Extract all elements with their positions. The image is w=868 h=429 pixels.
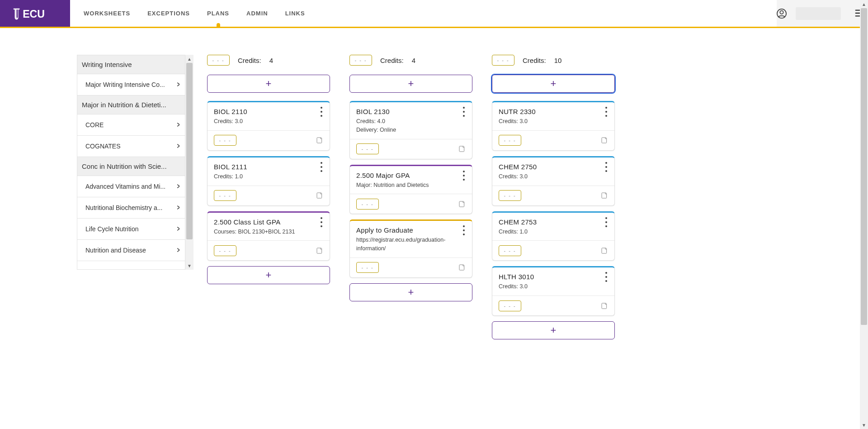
card-menu-icon[interactable] [603, 217, 610, 227]
card-footer [492, 240, 614, 260]
sidebar-item[interactable]: Life Cycle Nutrition> [77, 219, 185, 240]
scroll-down-icon[interactable]: ▼ [860, 421, 868, 429]
status-pill[interactable] [349, 55, 372, 66]
term-column: Credits:4+BIOL 2130Credits: 4.0Delivery:… [349, 55, 476, 348]
sidebar-item-label: Advanced Vitamins and Mi... [85, 183, 165, 190]
card-menu-icon[interactable] [460, 107, 467, 117]
nav-admin[interactable]: ADMIN [246, 10, 268, 17]
note-icon[interactable] [601, 247, 608, 254]
column-header: Credits:4 [349, 55, 476, 66]
status-pill[interactable] [356, 262, 379, 273]
column-header: Credits:4 [207, 55, 334, 66]
add-course-button[interactable]: + [207, 266, 330, 284]
card-menu-icon[interactable] [603, 107, 610, 117]
status-pill[interactable] [499, 135, 521, 146]
sidebar-group-header: Major in Nutrition & Dieteti... [77, 95, 185, 114]
nav-worksheets[interactable]: WORKSHEETS [84, 10, 130, 17]
credits-value: 4 [269, 57, 273, 64]
sidebar-item[interactable]: COGNATES> [77, 136, 185, 157]
card-footer [492, 186, 614, 205]
course-card[interactable]: CHEM 2750Credits: 3.0 [492, 156, 615, 206]
credits-label: Credits: [380, 57, 404, 64]
page-scrollbar[interactable]: ▲ ▼ [860, 0, 868, 429]
course-card[interactable]: CHEM 2753Credits: 1.0 [492, 211, 615, 261]
note-icon[interactable] [458, 264, 466, 271]
course-card[interactable]: NUTR 2330Credits: 3.0 [492, 101, 615, 151]
sidebar-scrollbar[interactable]: ▲ ▼ [185, 55, 193, 270]
course-card[interactable]: 2.500 Class List GPACourses: BIOL 2130+B… [207, 211, 330, 261]
card-menu-icon[interactable] [603, 162, 610, 172]
scroll-down-icon[interactable]: ▼ [185, 262, 193, 270]
course-card[interactable]: HLTH 3010Credits: 3.0 [492, 266, 615, 316]
chevron-right-icon: > [177, 246, 180, 254]
status-pill[interactable] [207, 55, 230, 66]
svg-text:ECU: ECU [23, 8, 45, 19]
status-pill[interactable] [214, 190, 236, 201]
sidebar-item[interactable]: Nutrition and Disease> [77, 240, 185, 261]
note-icon[interactable] [316, 192, 323, 199]
note-icon[interactable] [601, 302, 608, 310]
status-pill[interactable] [492, 55, 514, 66]
sidebar-item[interactable]: CORE> [77, 114, 185, 136]
card-subtext: Courses: BIOL 2130+BIOL 2131 [214, 228, 323, 236]
status-pill[interactable] [499, 190, 521, 201]
course-card[interactable]: Apply to Graduatehttps://registrar.ecu.e… [349, 219, 472, 278]
course-card[interactable]: BIOL 2111Credits: 1.0 [207, 156, 330, 206]
card-menu-icon[interactable] [318, 162, 325, 172]
note-icon[interactable] [458, 200, 466, 208]
add-course-button[interactable]: + [349, 75, 472, 93]
status-pill[interactable] [356, 199, 379, 210]
course-card[interactable]: BIOL 2130Credits: 4.0Delivery: Online [349, 101, 472, 159]
add-course-button[interactable]: + [492, 75, 615, 93]
status-pill[interactable] [214, 135, 236, 146]
scroll-up-icon[interactable]: ▲ [185, 55, 193, 63]
nav-exceptions[interactable]: EXCEPTIONS [147, 10, 190, 17]
course-card[interactable]: 2.500 Major GPAMajor: Nutrition and Diet… [349, 165, 472, 214]
card-menu-icon[interactable] [460, 171, 467, 181]
status-pill[interactable] [499, 300, 521, 311]
note-icon[interactable] [601, 192, 608, 199]
credits-value: 10 [554, 57, 562, 64]
profile-icon[interactable] [777, 9, 787, 19]
sidebar-item[interactable]: Nutritional Biochemistry a...> [77, 197, 185, 219]
ecu-logo-icon: ECU [10, 6, 60, 21]
note-icon[interactable] [316, 247, 323, 254]
status-pill[interactable] [356, 143, 379, 154]
chevron-right-icon: > [177, 182, 180, 191]
card-menu-icon[interactable] [318, 217, 325, 227]
main-nav: WORKSHEETS EXCEPTIONS PLANS ADMIN LINKS [84, 10, 305, 17]
sidebar-item-label: Nutrition and Disease [85, 247, 146, 254]
card-footer [208, 130, 330, 150]
chevron-right-icon: > [177, 204, 180, 212]
sidebar-item[interactable]: Advanced Vitamins and Mi...> [77, 176, 185, 197]
course-card[interactable]: BIOL 2110Credits: 3.0 [207, 101, 330, 151]
scroll-up-icon[interactable]: ▲ [860, 0, 868, 8]
page-body: Writing IntensiveMajor Writing Intensive… [0, 27, 868, 348]
nav-links[interactable]: LINKS [285, 10, 305, 17]
sidebar-group-header: Conc in Nutrition with Scie... [77, 157, 185, 176]
card-menu-icon[interactable] [603, 272, 610, 282]
status-pill[interactable] [214, 245, 236, 256]
term-columns: Credits:4+BIOL 2110Credits: 3.0BIOL 2111… [207, 55, 618, 348]
card-title: HLTH 3010 [499, 273, 608, 281]
sidebar-item[interactable]: Major Writing Intensive Co...> [77, 74, 185, 95]
card-subtext: Credits: 3.0 [499, 172, 608, 181]
card-menu-icon[interactable] [318, 107, 325, 117]
card-footer [492, 130, 614, 150]
note-icon[interactable] [316, 137, 323, 144]
user-field[interactable] [796, 7, 841, 20]
card-footer [492, 296, 614, 315]
card-menu-icon[interactable] [460, 225, 467, 235]
status-pill[interactable] [499, 245, 521, 256]
chevron-right-icon: > [177, 225, 180, 233]
sidebar-item-label: Nutritional Biochemistry a... [85, 204, 162, 211]
note-icon[interactable] [458, 145, 466, 153]
card-title: NUTR 2330 [499, 108, 608, 115]
sidebar: Writing IntensiveMajor Writing Intensive… [77, 55, 193, 276]
column-header: Credits:10 [492, 55, 618, 66]
add-course-button[interactable]: + [207, 75, 330, 93]
add-course-button[interactable]: + [349, 283, 472, 301]
add-course-button[interactable]: + [492, 321, 615, 339]
note-icon[interactable] [601, 137, 608, 144]
nav-plans[interactable]: PLANS [207, 10, 229, 17]
